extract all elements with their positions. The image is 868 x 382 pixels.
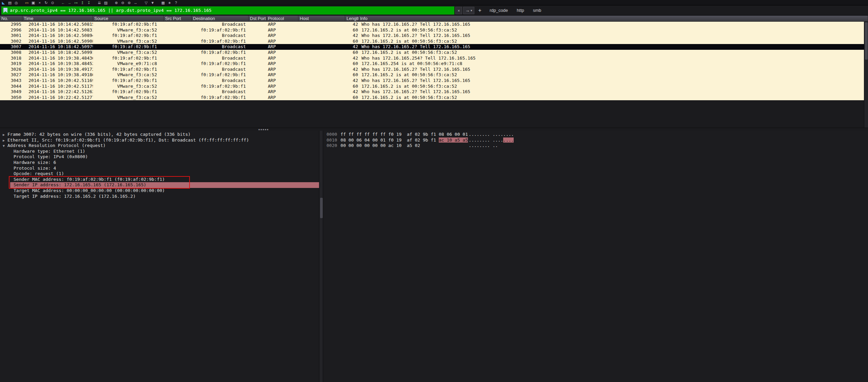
go-forward-icon[interactable]: → [67, 0, 72, 5]
detail-line[interactable]: Protocol size: 4 [0, 166, 319, 171]
packet-row-3050[interactable]: 30502014-11-16 10:22:42.512776VMware_f3:… [0, 95, 868, 101]
detail-line[interactable]: Protocol type: IPv4 (0x0800) [0, 154, 319, 160]
cell-src_port [164, 44, 192, 50]
cell-source: f0:19:af:02:9b:f1 [93, 44, 164, 50]
filter-shortcut-http[interactable]: http [517, 8, 524, 13]
resize-columns-icon[interactable]: ↔ [133, 0, 138, 5]
go-back-icon[interactable]: ← [61, 0, 65, 5]
detail-line[interactable]: ▶Ethernet II, Src: f0:19:af:02:9b:f1 (f0… [0, 137, 319, 143]
open-capture-icon[interactable]: ▭ [24, 0, 29, 5]
scrollbar-thumb[interactable] [320, 198, 323, 218]
filter-shortcut-rdp_code[interactable]: rdp_code [490, 8, 508, 13]
detail-scrollbar[interactable] [319, 131, 323, 382]
packet-row-3008[interactable]: 30082014-11-16 10:18:42.509915VMware_f3:… [0, 50, 868, 56]
filter-shortcut-smb[interactable]: smb [533, 8, 541, 13]
detail-line[interactable]: Target IP address: 172.16.165.2 (172.16.… [0, 194, 319, 199]
packet-row-3002[interactable]: 30022014-11-16 10:16:42.509087VMware_f3:… [0, 39, 868, 44]
packet-row-3026[interactable]: 30262014-11-16 10:19:38.491723f0:19:af:0… [0, 67, 868, 72]
detail-line[interactable]: Opcode: request (1) [0, 171, 319, 177]
column-header-time[interactable]: Time [22, 16, 93, 21]
packet-row-3044[interactable]: 30442014-11-16 10:20:42.511790VMware_f3:… [0, 84, 868, 89]
detail-line[interactable]: Sender IP address: 172.16.165.165 (172.1… [10, 182, 319, 188]
packet-row-3043[interactable]: 30432014-11-16 10:20:42.511693f0:19:af:0… [0, 78, 868, 84]
filter-bookmark-icon[interactable] [3, 8, 7, 13]
filter-toolbar: arp.src.proto_ipv4 == 172.16.165.165 || … [0, 5, 868, 16]
hex-rows: 0000ff ff ff ff ff ff f0 19 af 02 9b f1 … [327, 132, 868, 149]
column-header-src_port[interactable]: Src Port [164, 16, 192, 21]
cell-host [298, 61, 345, 67]
column-header-source[interactable]: Source [93, 16, 164, 21]
main-toolbar: ◣▤◎▭▣×↻⊙←→↦↥↧⇊▨⊕⊖⊚↔▽▼▦∗? [0, 0, 868, 5]
packet-row-3018[interactable]: 30182014-11-16 10:19:38.484367f0:19:af:0… [0, 56, 868, 61]
cell-time: 2014-11-16 10:19:38.491723 [22, 67, 93, 72]
hex-row[interactable]: 0000ff ff ff ff ff ff f0 19 af 02 9b f1 … [327, 132, 868, 137]
packet-row-3001[interactable]: 30012014-11-16 10:16:42.508942f0:19:af:0… [0, 33, 868, 39]
display-filter-text[interactable]: arp.src.proto_ipv4 == 172.16.165.165 || … [10, 8, 212, 13]
find-packet-icon[interactable]: ⊙ [50, 0, 55, 5]
cell-length: 60 [345, 84, 359, 89]
hex-row[interactable]: 002000 00 00 00 00 00 ac 10 a5 02.......… [327, 143, 868, 149]
pane-splitter[interactable]: ■■■■■ [0, 128, 868, 131]
save-capture-icon[interactable]: ▣ [31, 0, 36, 5]
packet-row-2995[interactable]: 29952014-11-16 10:14:42.508158f0:19:af:0… [0, 22, 868, 27]
capture-filters-icon[interactable]: ▽ [144, 0, 149, 5]
help-icon[interactable]: ? [174, 0, 178, 5]
go-to-bottom-icon[interactable]: ↧ [86, 0, 91, 5]
cell-protocol: ARP [267, 78, 298, 84]
packet-row-3019[interactable]: 30192014-11-16 10:19:38.484521VMware_e9:… [0, 61, 868, 67]
go-to-packet-icon[interactable]: ↦ [74, 0, 78, 5]
filter-add-button[interactable]: + [478, 7, 481, 14]
cell-source: VMware_f3:ca:52 [93, 72, 164, 78]
cell-length: 60 [345, 39, 359, 44]
cell-time: 2014-11-16 10:18:42.509915 [22, 50, 93, 56]
column-header-length[interactable]: Length [345, 16, 359, 21]
column-header-info[interactable]: Info [359, 16, 868, 21]
zoom-reset-icon[interactable]: ⊚ [127, 0, 132, 5]
packet-row-2996[interactable]: 29962014-11-16 10:14:42.508313VMware_f3:… [0, 27, 868, 33]
splitter-grip-icon[interactable]: ■■■■■ [258, 128, 269, 131]
lower-panes: ▶Frame 3007: 42 bytes on wire (336 bits)… [0, 131, 868, 382]
zoom-in-icon[interactable]: ⊕ [114, 0, 119, 5]
detail-line[interactable]: Hardware size: 6 [0, 160, 319, 166]
cell-time: 2014-11-16 10:18:42.509790 [22, 44, 93, 50]
coloring-rules-icon[interactable]: ▦ [161, 0, 165, 5]
zoom-out-icon[interactable]: ⊖ [120, 0, 125, 5]
cell-destination: f0:19:af:02:9b:f1 [192, 72, 249, 78]
expand-icon[interactable]: ▶ [3, 138, 7, 144]
display-filters-icon[interactable]: ▼ [150, 0, 155, 5]
preferences-icon[interactable]: ∗ [167, 0, 172, 5]
scrollbar-thumb[interactable] [865, 22, 868, 60]
colorize-packets-icon[interactable]: ▨ [103, 0, 108, 5]
collapse-icon[interactable]: ▼ [3, 143, 7, 149]
detail-line[interactable]: Target MAC address: 00:00:00_00:00:00 (0… [0, 188, 319, 194]
cell-info: Who has 172.16.165.254? Tell 172.16.165.… [359, 56, 868, 61]
packet-row-3027[interactable]: 30272014-11-16 10:19:38.491867VMware_f3:… [0, 72, 868, 78]
column-header-host[interactable]: Host [298, 16, 345, 21]
go-to-top-icon[interactable]: ↥ [80, 0, 85, 5]
column-header-protocol[interactable]: Protocol [267, 16, 298, 21]
hex-row[interactable]: 001008 00 06 04 00 01 f0 19 af 02 9b f1 … [327, 137, 868, 143]
capture-options-icon[interactable]: ◎ [14, 0, 19, 5]
detail-line[interactable]: Sender MAC address: f0:19:af:02:9b:f1 (f… [0, 177, 319, 183]
autoscroll-icon[interactable]: ⇊ [97, 0, 102, 5]
detail-line[interactable]: ▼Address Resolution Protocol (request) [0, 143, 319, 149]
filter-apply-icon[interactable]: → [465, 7, 470, 14]
display-filter-input[interactable]: arp.src.proto_ipv4 == 172.16.165.165 || … [1, 6, 454, 15]
detail-line[interactable]: Hardware type: Ethernet (1) [0, 149, 319, 154]
cell-no: 2995 [0, 22, 22, 27]
expand-icon[interactable]: ▶ [3, 132, 7, 138]
interface-list-icon[interactable]: ▤ [7, 0, 12, 5]
cell-dst_port [249, 27, 267, 33]
filter-apply-dropdown[interactable]: → ▾ [463, 7, 474, 14]
packet-row-3007[interactable]: 30072014-11-16 10:18:42.509790f0:19:af:0… [0, 44, 868, 50]
wireshark-fin-icon[interactable]: ◣ [1, 0, 6, 5]
column-header-destination[interactable]: Destination [192, 16, 249, 21]
packet-row-3049[interactable]: 30492014-11-16 10:22:42.512632f0:19:af:0… [0, 89, 868, 95]
packet-list-scrollbar[interactable] [864, 22, 868, 128]
filter-clear-icon[interactable]: × [455, 7, 462, 14]
close-capture-icon[interactable]: × [37, 0, 42, 5]
detail-line[interactable]: ▶Frame 3007: 42 bytes on wire (336 bits)… [0, 132, 319, 137]
column-header-no[interactable]: No. [0, 16, 22, 21]
reload-capture-icon[interactable]: ↻ [44, 0, 48, 5]
column-header-dst_port[interactable]: Dst Port [249, 16, 267, 21]
